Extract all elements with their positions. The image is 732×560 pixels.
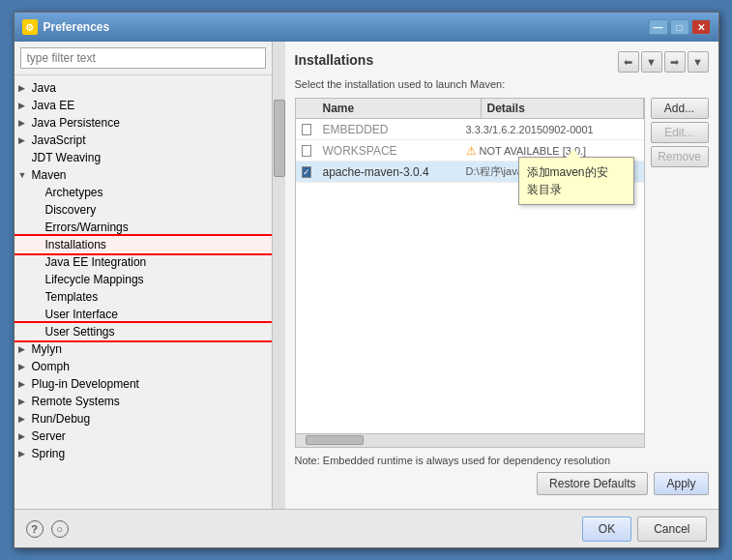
close-button[interactable]: ✕ bbox=[691, 19, 711, 35]
tree-item-run-debug[interactable]: ▶ Run/Debug bbox=[15, 410, 272, 427]
horizontal-scrollbar[interactable] bbox=[296, 433, 644, 447]
row-checkbox[interactable] bbox=[296, 164, 317, 180]
expand-icon: ▶ bbox=[18, 414, 32, 424]
restore-defaults-button[interactable]: Restore Defaults bbox=[537, 472, 648, 495]
apply-button[interactable]: Apply bbox=[654, 472, 708, 495]
tree-item-user-interface[interactable]: ▶ User Interface bbox=[15, 306, 272, 323]
checkbox-apache[interactable] bbox=[302, 166, 311, 178]
nav-dropdown2-icon[interactable]: ▼ bbox=[688, 51, 709, 73]
remove-button[interactable]: Remove bbox=[651, 146, 709, 167]
tree-scrollbar[interactable] bbox=[272, 42, 285, 509]
warning-icon: ⚠ bbox=[466, 144, 477, 158]
row-checkbox[interactable] bbox=[296, 143, 317, 159]
info-icon[interactable]: ○ bbox=[51, 520, 69, 538]
checkbox-workspace[interactable] bbox=[302, 145, 311, 157]
nav-dropdown-icon[interactable]: ▼ bbox=[641, 51, 662, 73]
table-header: Name Details bbox=[296, 99, 644, 119]
tree-label: User Interface bbox=[45, 308, 118, 321]
tree-item-spring[interactable]: ▶ Spring bbox=[15, 445, 272, 462]
tooltip-arrow bbox=[566, 149, 581, 159]
row-name: EMBEDDED bbox=[317, 121, 460, 138]
tree-item-user-settings[interactable]: ▶ User Settings bbox=[15, 323, 272, 340]
tree-item-mylyn[interactable]: ▶ Mylyn bbox=[15, 340, 272, 358]
tree-item-java[interactable]: ▶ Java bbox=[15, 79, 272, 97]
tree-item-java-ee[interactable]: ▶ Java EE bbox=[15, 97, 272, 114]
tree-item-remote-systems[interactable]: ▶ Remote Systems bbox=[15, 393, 272, 410]
tree-item-installations[interactable]: ▶ Installations bbox=[15, 236, 272, 253]
tree-content: ▶ Java ▶ Java EE ▶ Java Persistence ▶ Ja… bbox=[15, 42, 272, 509]
table-row[interactable]: EMBEDDED 3.3.3/1.6.2.20150902-0001 bbox=[296, 119, 644, 140]
tree-label: JavaScript bbox=[32, 133, 86, 147]
expand-icon: ▶ bbox=[18, 135, 32, 145]
left-panel: ▶ Java ▶ Java EE ▶ Java Persistence ▶ Ja… bbox=[15, 42, 285, 509]
tree-label: Server bbox=[32, 429, 66, 443]
edit-button[interactable]: Edit... bbox=[651, 122, 709, 143]
tree-item-errors-warnings[interactable]: ▶ Errors/Warnings bbox=[15, 219, 272, 236]
tree-item-lifecycle-mappings[interactable]: ▶ Lifecycle Mappings bbox=[15, 271, 272, 288]
tree-label: Maven bbox=[32, 168, 67, 182]
tree-label: User Settings bbox=[45, 325, 115, 339]
tree-label: Templates bbox=[45, 290, 99, 304]
minimize-button[interactable]: — bbox=[649, 19, 668, 35]
expand-icon: ▶ bbox=[18, 83, 32, 93]
expand-icon: ▶ bbox=[18, 449, 32, 458]
tooltip-text: 添加maven的安装目录 bbox=[527, 165, 608, 196]
dialog-icon: ⚙ bbox=[22, 19, 38, 35]
tree-item-java-persistence[interactable]: ▶ Java Persistence bbox=[15, 114, 272, 132]
dialog-title: Preferences bbox=[44, 20, 649, 34]
table-main: Name Details EMBEDDED 3.3.3/1.6.2.201509… bbox=[295, 98, 645, 448]
tree-item-server[interactable]: ▶ Server bbox=[15, 427, 272, 445]
tree-label: Archetypes bbox=[45, 186, 103, 199]
tree-container: ▶ Java ▶ Java EE ▶ Java Persistence ▶ Ja… bbox=[15, 75, 272, 466]
forward-icon[interactable]: ➡ bbox=[664, 51, 686, 73]
cancel-button[interactable]: Cancel bbox=[637, 516, 706, 542]
tooltip-box: 添加maven的安装目录 bbox=[518, 157, 634, 205]
back-icon[interactable]: ⬅ bbox=[618, 51, 639, 73]
tree-label: Mylyn bbox=[32, 342, 62, 356]
dialog-footer: ? ○ OK Cancel bbox=[15, 509, 718, 547]
window-controls: — □ ✕ bbox=[649, 19, 711, 35]
help-icon[interactable]: ? bbox=[26, 520, 44, 538]
navigation-icons: ⬅ ▼ ➡ ▼ bbox=[618, 51, 709, 73]
tree-label: Run/Debug bbox=[32, 412, 91, 426]
expand-icon: ▶ bbox=[18, 397, 32, 406]
expand-icon: ▼ bbox=[18, 170, 32, 180]
expand-icon: ▶ bbox=[18, 118, 32, 128]
tree-item-oomph[interactable]: ▶ Oomph bbox=[15, 358, 272, 375]
expand-icon: ▶ bbox=[18, 431, 32, 441]
add-button[interactable]: Add... bbox=[651, 98, 709, 119]
row-checkbox[interactable] bbox=[296, 122, 317, 137]
tree-item-jdt-weaving[interactable]: ▶ JDT Weaving bbox=[15, 149, 272, 166]
tree-label: Java EE bbox=[32, 99, 75, 112]
tree-label: Plug-in Development bbox=[32, 377, 139, 391]
search-input[interactable] bbox=[20, 47, 266, 69]
check-header bbox=[296, 99, 317, 118]
tree-label: Remote Systems bbox=[32, 395, 120, 408]
scrollbar-thumb[interactable] bbox=[274, 100, 285, 177]
side-buttons: Add... Edit... Remove bbox=[645, 98, 709, 448]
tree-item-archetypes[interactable]: ▶ Archetypes bbox=[15, 184, 272, 201]
preferences-dialog: ⚙ Preferences — □ ✕ ▶ Java bbox=[14, 12, 719, 548]
footer-help-icons: ? ○ bbox=[26, 520, 69, 538]
maximize-button[interactable]: □ bbox=[670, 19, 689, 35]
note-text: Note: Embedded runtime is always used fo… bbox=[295, 454, 709, 468]
tree-item-java-ee-integration[interactable]: ▶ Java EE Integration bbox=[15, 253, 272, 271]
checkbox-embedded[interactable] bbox=[302, 124, 311, 135]
tree-item-plugin-development[interactable]: ▶ Plug-in Development bbox=[15, 375, 272, 393]
tree-label: Installations bbox=[45, 238, 106, 251]
tree-label: Java bbox=[32, 81, 56, 95]
tree-item-maven[interactable]: ▼ Maven bbox=[15, 166, 272, 184]
expand-icon: ▶ bbox=[18, 379, 32, 389]
right-panel: Installations ⬅ ▼ ➡ ▼ Select the install… bbox=[285, 42, 718, 509]
footer-action-buttons: OK Cancel bbox=[582, 516, 707, 542]
row-details: 3.3.3/1.6.2.20150902-0001 bbox=[460, 122, 644, 137]
tree-item-javascript[interactable]: ▶ JavaScript bbox=[15, 132, 272, 149]
tree-label: Lifecycle Mappings bbox=[45, 273, 144, 286]
tree-label: Oomph bbox=[32, 360, 70, 373]
tree-label: Errors/Warnings bbox=[45, 221, 129, 234]
tree-item-templates[interactable]: ▶ Templates bbox=[15, 288, 272, 306]
tree-item-discovery[interactable]: ▶ Discovery bbox=[15, 201, 272, 219]
scrollbar-thumb[interactable] bbox=[306, 435, 364, 445]
row-name: apache-maven-3.0.4 bbox=[317, 163, 460, 181]
ok-button[interactable]: OK bbox=[582, 516, 631, 542]
